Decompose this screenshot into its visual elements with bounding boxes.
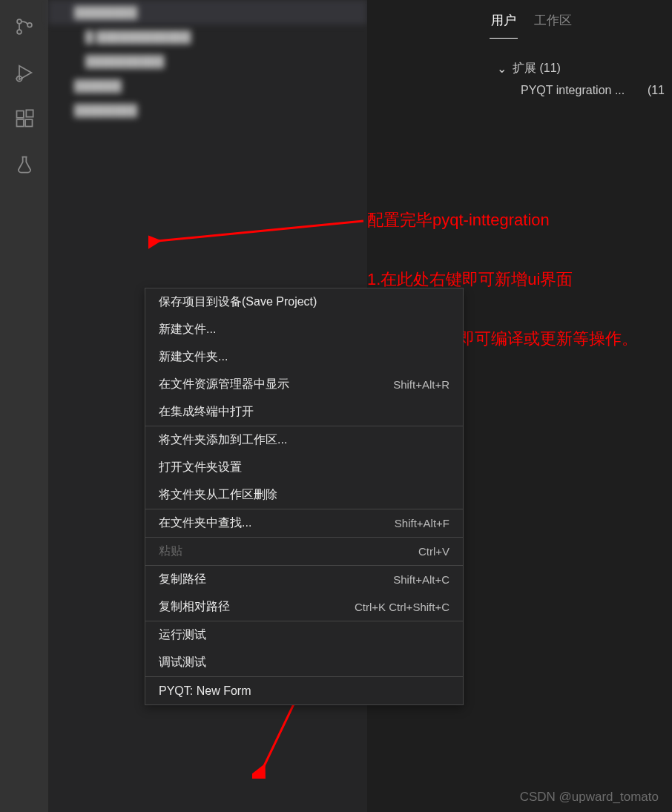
tree-item-pyqt[interactable]: PYQT integration ... (11 [497,79,672,102]
explorer-item[interactable]: ██████████ [48,49,367,73]
run-debug-icon[interactable] [13,61,36,85]
annotation-title: 配置完毕pyqt-inttegration [367,206,550,234]
menu-add-to-workspace[interactable]: 将文件夹添加到工作区... [145,426,463,454]
menu-open-terminal[interactable]: 在集成终端中打开 [145,398,463,426]
menu-label: 保存项目到设备(Save Project) [159,294,317,310]
svg-rect-7 [26,110,33,116]
activity-bar [0,0,48,812]
menu-label: 在文件资源管理器中显示 [159,377,289,392]
menu-save-project[interactable]: 保存项目到设备(Save Project) [145,288,463,316]
context-menu: 保存项目到设备(Save Project) 新建文件... 新建文件夹... 在… [145,288,464,705]
extensions-icon[interactable] [13,107,36,131]
svg-rect-6 [25,119,32,126]
source-control-icon[interactable] [13,15,36,39]
menu-pyqt-new-form[interactable]: PYQT: New Form [145,677,463,704]
explorer-item[interactable]: ██████ [48,73,367,98]
tab-user[interactable]: 用户 [490,7,518,39]
menu-label: 打开文件夹设置 [159,460,242,475]
menu-shortcut: Shift+Alt+R [393,378,449,391]
chevron-down-icon: ⌄ [497,62,507,76]
menu-remove-from-workspace[interactable]: 将文件夹从工作区删除 [145,481,463,509]
menu-shortcut: Ctrl+K Ctrl+Shift+C [355,601,449,613]
explorer-item[interactable]: █ ████████████ [48,24,367,49]
menu-label: 复制路径 [159,572,206,587]
menu-shortcut: Shift+Alt+F [395,517,449,529]
watermark: CSDN @upward_tomato [520,790,659,805]
menu-folder-settings[interactable]: 打开文件夹设置 [145,454,463,481]
menu-label: 将文件夹添加到工作区... [159,432,287,448]
menu-copy-path[interactable]: 复制路径Shift+Alt+C [145,566,463,593]
tree-count: (11 [648,84,665,97]
menu-reveal-explorer[interactable]: 在文件资源管理器中显示Shift+Alt+R [145,371,463,398]
menu-label: 将文件夹从工作区删除 [159,487,277,503]
menu-run-test[interactable]: 运行测试 [145,621,463,649]
tree-item-extensions[interactable]: ⌄ 扩展 (11) [497,57,672,79]
settings-tree: ⌄ 扩展 (11) PYQT integration ... (11 [367,39,672,102]
menu-label: 新建文件夹... [159,349,228,365]
menu-label: 调试测试 [159,655,206,670]
menu-label: 运行测试 [159,627,206,643]
menu-label: 复制相对路径 [159,599,230,615]
menu-label: PYQT: New Form [159,684,251,698]
menu-shortcut: Ctrl+V [418,545,449,558]
svg-point-1 [17,30,22,34]
menu-new-folder[interactable]: 新建文件夹... [145,343,463,371]
svg-rect-4 [16,111,23,118]
svg-rect-5 [16,119,23,126]
menu-new-file[interactable]: 新建文件... [145,316,463,343]
settings-scope-tabs: 用户 工作区 [367,0,672,39]
menu-debug-test[interactable]: 调试测试 [145,649,463,676]
tab-workspace[interactable]: 工作区 [533,7,573,39]
svg-point-2 [27,23,32,27]
testing-icon[interactable] [13,153,36,176]
explorer-item[interactable]: ████████ [48,98,367,122]
svg-point-0 [17,19,22,24]
menu-paste: 粘贴Ctrl+V [145,538,463,565]
menu-label: 新建文件... [159,322,216,337]
explorer-item[interactable]: ████████ [48,0,367,24]
menu-label: 在集成终端中打开 [159,404,254,420]
tree-label: PYQT integration ... [521,84,625,97]
tree-label: 扩展 (11) [513,61,561,76]
menu-label: 在文件夹中查找... [159,515,251,531]
menu-shortcut: Shift+Alt+C [393,573,449,586]
menu-copy-relative-path[interactable]: 复制相对路径Ctrl+K Ctrl+Shift+C [145,593,463,621]
menu-find-in-folder[interactable]: 在文件夹中查找...Shift+Alt+F [145,509,463,537]
menu-label: 粘贴 [159,544,182,559]
